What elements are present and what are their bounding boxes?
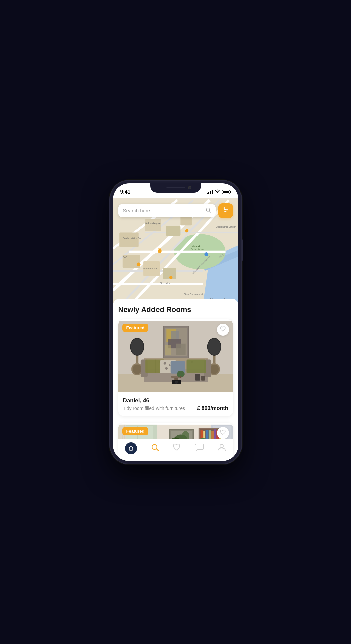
svg-point-28: [136, 262, 140, 266]
svg-line-42: [209, 211, 211, 212]
svg-rect-16: [119, 232, 139, 247]
main-content: Newly Added Rooms: [113, 299, 238, 461]
nav-item-favorites[interactable]: [173, 443, 181, 453]
card-price-1: £ 800/month: [197, 405, 228, 411]
card-info-1: Daniel, 46 Tidy room filled with furnitu…: [118, 393, 233, 416]
phone-frame: 9:41: [110, 181, 241, 464]
screen-content[interactable]: Victoria Embankment Gardens: [113, 198, 238, 461]
filter-button[interactable]: [218, 203, 233, 218]
svg-point-59: [208, 338, 220, 355]
card-desc-1: Tidy room filled with furnitures: [123, 406, 185, 411]
svg-rect-93: [201, 376, 205, 380]
featured-badge-1: Featured: [122, 324, 149, 332]
svg-rect-123: [205, 430, 208, 439]
nav-item-search[interactable]: [150, 443, 159, 454]
svg-text:Circa Embankment: Circa Embankment: [183, 293, 203, 295]
svg-text:PwC: PwC: [122, 256, 127, 258]
svg-rect-91: [180, 376, 181, 378]
signal-icon: [207, 190, 213, 194]
svg-point-54: [131, 338, 143, 355]
notch: [150, 183, 201, 193]
svg-rect-92: [195, 374, 200, 380]
heart-icon-2: [220, 430, 226, 436]
svg-text:York Watergate: York Watergate: [145, 222, 160, 225]
svg-point-29: [204, 252, 208, 256]
battery-icon: [222, 190, 231, 194]
svg-rect-125: [211, 431, 214, 439]
search-bar: Search here...: [118, 203, 233, 218]
favorite-button-2[interactable]: [217, 427, 229, 439]
search-input-container[interactable]: Search here...: [118, 204, 216, 217]
heart-nav-icon: [173, 443, 181, 453]
svg-point-84: [165, 367, 168, 370]
svg-rect-17: [145, 219, 161, 231]
svg-line-169: [157, 449, 159, 451]
svg-point-95: [175, 380, 178, 384]
svg-text:Embankment: Embankment: [191, 248, 204, 250]
svg-point-170: [220, 444, 223, 448]
svg-rect-67: [165, 345, 171, 355]
search-icon: [206, 207, 211, 214]
svg-rect-126: [214, 429, 216, 439]
room-card-1[interactable]: Featured Daniel, 46 Tidy room: [118, 319, 233, 416]
svg-rect-122: [203, 431, 205, 439]
svg-text:Wasabi Sushi: Wasabi Sushi: [143, 267, 157, 269]
svg-rect-21: [163, 267, 175, 279]
svg-point-46: [223, 207, 225, 209]
home-logo-icon: [125, 442, 137, 454]
svg-rect-68: [176, 343, 185, 354]
camera: [188, 186, 191, 189]
speaker: [166, 187, 185, 188]
svg-rect-18: [166, 226, 180, 236]
svg-point-47: [226, 209, 228, 211]
bottom-navigation: [118, 439, 233, 461]
heart-icon-1: [220, 326, 226, 333]
card-image-1: Featured: [118, 319, 233, 393]
card-bottom-1: Tidy room filled with furnitures £ 800/m…: [123, 405, 228, 411]
profile-nav-icon: [217, 443, 226, 454]
svg-rect-87: [186, 359, 206, 373]
svg-text:Gordon's Wine Bar: Gordon's Wine Bar: [122, 237, 141, 239]
svg-point-83: [168, 364, 170, 366]
search-placeholder-text: Search here...: [123, 208, 206, 213]
svg-text:Bustronome London: Bustronome London: [216, 226, 236, 228]
svg-point-82: [163, 362, 166, 365]
card-name-1: Daniel, 46: [123, 397, 228, 404]
featured-badge-2: Featured: [122, 427, 149, 435]
svg-rect-121: [200, 430, 203, 439]
section-title: Newly Added Rooms: [118, 305, 233, 314]
status-icons: [207, 189, 231, 194]
map-section: Victoria Embankment Gardens: [113, 198, 238, 305]
svg-marker-167: [129, 446, 133, 450]
svg-point-27: [169, 276, 172, 279]
nav-item-home[interactable]: [125, 442, 137, 454]
svg-text:Victoria: Victoria: [191, 244, 201, 247]
svg-rect-124: [209, 430, 211, 439]
nav-item-profile[interactable]: [217, 443, 226, 454]
nav-item-messages[interactable]: [195, 443, 204, 453]
wifi-icon: [215, 189, 220, 194]
svg-text:Starbucks: Starbucks: [160, 282, 170, 284]
svg-point-56: [132, 364, 141, 374]
status-time: 9:41: [120, 189, 130, 195]
search-nav-icon: [150, 443, 159, 454]
favorite-button-1[interactable]: [217, 324, 229, 336]
chat-nav-icon: [195, 443, 204, 453]
phone-screen: 9:41: [113, 183, 238, 461]
filter-icon: [222, 207, 229, 214]
svg-point-48: [225, 211, 226, 212]
